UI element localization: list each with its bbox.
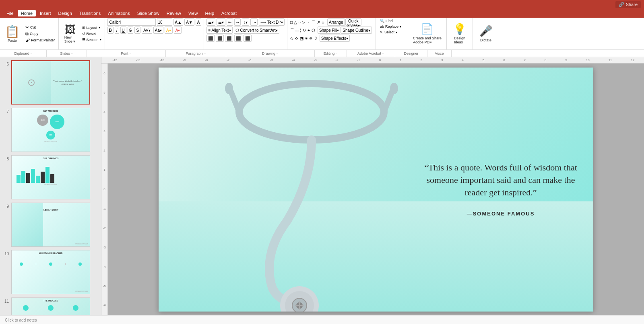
notes-placeholder[interactable]: Click to add notes [5, 318, 37, 322]
increase-font-button[interactable]: A▲ [173, 18, 184, 26]
line-spacing-button[interactable]: ↕▾ [242, 18, 249, 26]
shape-10[interactable]: ⌓ [295, 27, 299, 33]
decrease-font-button[interactable]: A▼ [184, 18, 194, 26]
shape-7[interactable]: ↗ [316, 20, 320, 25]
slide-thumb-6[interactable]: ⊙ "This is a quote. Words full of wisdom… [11, 60, 90, 105]
copy-button[interactable]: ⧉ Copy [24, 31, 57, 37]
numbering-button[interactable]: ☷▾ [217, 18, 225, 26]
menu-design[interactable]: Design [55, 10, 75, 16]
menu-view[interactable]: View [185, 10, 201, 16]
slide-thumb-9[interactable]: A BRIEF STORY ORGANIZATION NAME [11, 203, 90, 247]
bold-button[interactable]: B [107, 27, 114, 34]
slides-group-label[interactable]: Slides ⌄ [47, 50, 87, 57]
slide-item-11[interactable]: 11 THE PROCESS [0, 296, 101, 315]
align-text-button[interactable]: ≡ Align Text▾ [206, 27, 232, 34]
quote-area[interactable]: “This is a quote. Words full of wisdom t… [424, 162, 577, 217]
shape-18[interactable]: ✴ [304, 36, 308, 41]
cut-button[interactable]: ✂ Cut [24, 25, 57, 31]
slide-thumb-10[interactable]: MILESTONES REACHED ORGANIZATION NAME [11, 250, 90, 294]
strikethrough-button[interactable]: S [128, 27, 134, 34]
menu-help[interactable]: Help [202, 10, 217, 16]
shape-19[interactable]: ✵ [309, 36, 313, 41]
indent-button[interactable]: ⬛ [244, 35, 252, 42]
drawing-group-label[interactable]: Drawing ⌄ [226, 50, 315, 57]
quick-styles-button[interactable]: QuickStyles▾ [345, 18, 361, 26]
clear-format-button[interactable]: A [196, 18, 202, 26]
shape-2[interactable]: △ [293, 20, 297, 25]
bullets-button[interactable]: ☰▾ [206, 18, 215, 26]
shape-14[interactable]: ⬡ [311, 28, 316, 33]
shape-outline-button[interactable]: Shape Outline▾ [341, 27, 372, 34]
find-button[interactable]: 🔍 Find [378, 18, 405, 23]
reset-button[interactable]: ↺ Reset [80, 31, 103, 36]
italic-button[interactable]: I [115, 27, 119, 34]
voice-group-label[interactable]: Voice [427, 50, 452, 57]
menu-file[interactable]: File [3, 10, 17, 16]
font-name-input[interactable] [107, 18, 156, 26]
shape-effects-button[interactable]: Shape Effects▾ [320, 35, 350, 42]
section-button[interactable]: ☰ Section ▾ [80, 37, 103, 42]
select-button[interactable]: ↖ Select ▾ [378, 30, 405, 35]
slide-thumb-7[interactable]: KEY NUMBERS 10,100 50,000 5,000 ORGANIZA… [11, 108, 90, 152]
new-slide-button[interactable]: 🖼 NewSlide ▾ [60, 18, 80, 49]
share-button[interactable]: 🔗 Share [615, 1, 641, 8]
replace-button[interactable]: ab Replace ▾ [378, 24, 405, 29]
paragraph-group-label[interactable]: Paragraph ⌄ [166, 50, 226, 57]
align-left-button[interactable]: ⬛ [206, 35, 215, 42]
clipboard-group-label[interactable]: Clipboard ⌄ [0, 50, 47, 57]
notes-bar[interactable]: Click to add notes [0, 315, 644, 324]
paste-button[interactable]: 📋 Paste [2, 18, 23, 49]
justify-button[interactable]: ⬛ [234, 35, 242, 42]
font-color-button[interactable]: A▾ [174, 27, 182, 34]
change-case-button[interactable]: Aa▾ [153, 27, 163, 34]
shape-12[interactable]: ↻ [302, 28, 306, 33]
slide-item-7[interactable]: 7 KEY NUMBERS 10,100 50,000 5,000 ORGANI… [0, 106, 101, 154]
shape-3[interactable]: ○ [298, 20, 301, 25]
highlight-button[interactable]: A▾ [165, 27, 173, 34]
slide-item-10[interactable]: 10 MILESTONES REACHED ORGANIZATION NAME [0, 248, 101, 296]
menu-acrobat[interactable]: Acrobat [218, 10, 240, 16]
slide-item-9[interactable]: 9 A BRIEF STORY ORGANIZATION NAME [0, 201, 101, 248]
shape-16[interactable]: ⭘ [294, 36, 299, 41]
convert-smartart-button[interactable]: ⬡ Convert to SmartArt▾ [234, 27, 279, 34]
text-direction-button[interactable]: ⟹ Text Dir▾ [259, 18, 285, 26]
shape-6[interactable]: ⌒ [311, 19, 316, 25]
shape-8[interactable]: ☆ [321, 20, 325, 25]
editing-group-label[interactable]: Editing ⌄ [315, 50, 347, 57]
designer-group-label[interactable]: Designer [395, 50, 427, 57]
slide-item-8[interactable]: 8 OUR GRAPHICS ORGANIZATION NAME [0, 154, 101, 201]
columns-button[interactable]: ⫶▾ [250, 18, 258, 26]
shape-20[interactable]: ☽ [313, 36, 318, 41]
dictate-button[interactable]: 🎤 Dictate [476, 18, 495, 49]
create-pdf-button[interactable]: 📄 Create and ShareAdobe PDF [410, 18, 445, 49]
slide-thumb-8[interactable]: OUR GRAPHICS ORGANIZATION NAME [11, 155, 90, 199]
shadow-button[interactable]: S [134, 27, 140, 34]
font-group-label[interactable]: Font ⌄ [87, 50, 166, 57]
shape-5[interactable]: ⋱ [306, 20, 311, 25]
menu-animations[interactable]: Animations [105, 10, 133, 16]
menu-home[interactable]: Home [18, 10, 36, 16]
decrease-indent-button[interactable]: ⇤ [227, 18, 233, 26]
shape-13[interactable]: ✦ [307, 28, 311, 33]
align-right-button[interactable]: ⬛ [225, 35, 233, 42]
shape-15[interactable]: ◇ [290, 36, 294, 41]
slide-thumb-11[interactable]: THE PROCESS [11, 297, 90, 315]
menu-insert[interactable]: Insert [37, 10, 54, 16]
main-slide[interactable]: “This is a quote. Words full of wisdom t… [159, 68, 593, 312]
shape-4[interactable]: ▷ [301, 20, 305, 25]
menu-transitions[interactable]: Transitions [76, 10, 104, 16]
format-painter-button[interactable]: 🖌 Format Painter [24, 37, 57, 43]
shape-9[interactable]: ⌒ [290, 27, 295, 33]
shape-17[interactable]: ⬔ [299, 36, 304, 41]
layout-button[interactable]: ⊞ Layout ▾ [80, 25, 103, 30]
shape-1[interactable]: □ [290, 20, 293, 25]
underline-button[interactable]: U [120, 27, 126, 34]
increase-indent-button[interactable]: ⇥ [234, 18, 241, 26]
align-center-button[interactable]: ⬛ [216, 35, 224, 42]
char-spacing-button[interactable]: AV▾ [142, 27, 152, 34]
menu-review[interactable]: Review [163, 10, 184, 16]
shape-fill-button[interactable]: Shape Fill▾ [318, 27, 341, 34]
slide-item-6[interactable]: 6 ⊙ "This is a quote. Words full of wisd… [0, 59, 101, 106]
design-ideas-button[interactable]: 💡 DesignIdeas [450, 18, 469, 49]
font-size-input[interactable] [157, 18, 172, 26]
